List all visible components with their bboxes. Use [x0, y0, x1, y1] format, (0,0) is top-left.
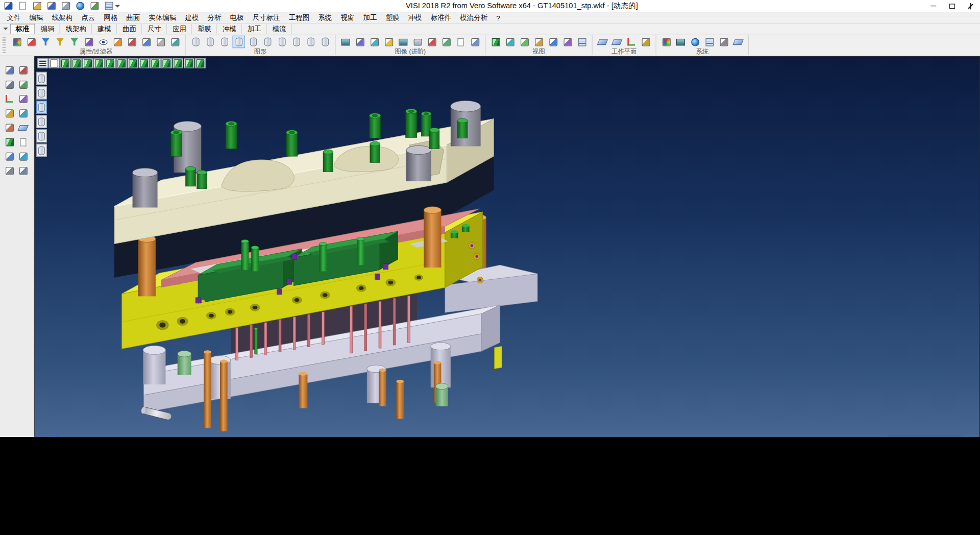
- display-hidden-line-icon[interactable]: [36, 129, 47, 142]
- tab-标准[interactable]: 标准: [10, 23, 35, 34]
- view-cube-axo4-icon[interactable]: [184, 58, 194, 68]
- menu-item-文件[interactable]: 文件: [3, 13, 25, 22]
- menu-item-点云[interactable]: 点云: [77, 13, 100, 22]
- view-cube-axo3-icon[interactable]: [173, 58, 183, 68]
- render-video-icon[interactable]: [426, 36, 438, 48]
- shading-wireframe-icon[interactable]: [189, 36, 202, 48]
- menu-item-电极[interactable]: 电极: [226, 13, 248, 22]
- display-points-icon[interactable]: [36, 72, 47, 85]
- app-logo[interactable]: [2, 0, 14, 12]
- menu-item-曲面[interactable]: 曲面: [122, 13, 144, 22]
- view-cube-left-icon[interactable]: [116, 58, 127, 68]
- offset-icon[interactable]: [3, 107, 15, 119]
- view-iso-icon[interactable]: [489, 36, 502, 48]
- shading-section-icon[interactable]: [276, 36, 288, 48]
- tab-曲面[interactable]: 曲面: [117, 23, 142, 34]
- attr-pin-icon[interactable]: [169, 36, 181, 48]
- shading-material-icon[interactable]: [290, 36, 302, 48]
- viewbar-menu-icon[interactable]: [37, 58, 48, 68]
- render-reflection-icon[interactable]: [368, 36, 380, 48]
- maximize-button[interactable]: [943, 0, 962, 12]
- curve-tool-icon[interactable]: [3, 121, 15, 134]
- view-previous-icon[interactable]: [561, 36, 574, 48]
- view-fit-icon[interactable]: [547, 36, 559, 48]
- menu-item-尺寸标注[interactable]: 尺寸标注: [248, 13, 284, 22]
- render-light-icon[interactable]: [382, 36, 395, 48]
- attr-brush-icon[interactable]: [126, 36, 138, 48]
- render-capture-icon[interactable]: [411, 36, 424, 48]
- surface-tool-icon[interactable]: [17, 121, 29, 134]
- workplane-align-icon[interactable]: [640, 36, 652, 48]
- menu-item-网格[interactable]: 网格: [100, 13, 122, 22]
- tab-线架构[interactable]: 线架构: [60, 23, 92, 34]
- system-slope-icon[interactable]: [732, 36, 744, 48]
- trim-icon[interactable]: [17, 78, 29, 90]
- menu-item-模流分析[interactable]: 模流分析: [456, 13, 492, 22]
- menu-item-实体编辑[interactable]: 实体编辑: [144, 13, 181, 22]
- grid-icon[interactable]: [103, 0, 115, 12]
- tab-编辑[interactable]: 编辑: [35, 23, 60, 34]
- settings-icon[interactable]: [17, 164, 29, 177]
- attr-wand-icon[interactable]: [140, 36, 152, 48]
- workplane-xy-icon[interactable]: [596, 36, 608, 48]
- filter-color-icon[interactable]: [68, 36, 80, 48]
- minimize-button[interactable]: [924, 0, 943, 12]
- menu-item-塑膜[interactable]: 塑膜: [381, 13, 404, 22]
- view-rotate-icon[interactable]: [504, 36, 516, 48]
- menu-item-线架构[interactable]: 线架构: [47, 13, 77, 22]
- tab-应用[interactable]: 应用: [167, 23, 192, 34]
- display-shaded-edges-icon[interactable]: [36, 115, 47, 128]
- view-cube-front-icon[interactable]: [94, 58, 105, 68]
- attr-eraser-icon[interactable]: [154, 36, 166, 48]
- system-hatch-icon[interactable]: [718, 36, 730, 48]
- tab-建模[interactable]: 建模: [92, 23, 117, 34]
- render-gallery-icon[interactable]: [454, 36, 467, 48]
- system-colors-icon[interactable]: [660, 36, 672, 48]
- mirror-icon[interactable]: [17, 92, 29, 105]
- tab-加工[interactable]: 加工: [242, 23, 267, 34]
- tab-塑膜[interactable]: 塑膜: [192, 23, 217, 34]
- world-icon[interactable]: [74, 0, 86, 12]
- menu-item-?[interactable]: ?: [492, 14, 505, 22]
- system-monitor-icon[interactable]: [674, 36, 687, 48]
- render-compare-icon[interactable]: [440, 36, 452, 48]
- render-shadow-icon[interactable]: [354, 36, 366, 48]
- erase-icon[interactable]: [17, 64, 29, 76]
- view-pan-icon[interactable]: [518, 36, 530, 48]
- system-table-icon[interactable]: [703, 36, 716, 48]
- filter-layer-icon[interactable]: [54, 36, 66, 48]
- view-cube-bottom-icon[interactable]: [83, 58, 93, 68]
- display-transparent-icon[interactable]: [36, 144, 47, 157]
- view-cube-axo2-icon[interactable]: [161, 58, 172, 68]
- measure-icon[interactable]: [17, 107, 29, 119]
- menu-item-标准件[interactable]: 标准件: [426, 13, 456, 22]
- menu-item-工程图[interactable]: 工程图: [284, 13, 314, 22]
- open-file-icon[interactable]: [31, 0, 43, 12]
- view-multi-icon[interactable]: [576, 36, 588, 48]
- render-settings-icon[interactable]: [339, 36, 352, 48]
- display-wireframe-icon[interactable]: [36, 86, 47, 100]
- shading-transparent-icon[interactable]: [261, 36, 274, 48]
- ejector-pin-green[interactable]: [254, 328, 257, 354]
- view-cube-rotate-icon[interactable]: [139, 58, 150, 68]
- tab-模流[interactable]: 模流: [267, 23, 292, 34]
- menu-item-视窗[interactable]: 视窗: [336, 13, 359, 22]
- view-cube-back-icon[interactable]: [105, 58, 116, 68]
- view-cube-axo5-icon[interactable]: [195, 58, 206, 68]
- text-tool-icon[interactable]: [17, 136, 29, 148]
- display-shaded-icon[interactable]: [36, 101, 47, 114]
- shading-gouraud-icon[interactable]: [233, 36, 245, 48]
- view-zoom-icon[interactable]: [532, 36, 545, 48]
- new-file-icon[interactable]: [16, 0, 29, 12]
- attr-tag-icon[interactable]: [111, 36, 124, 48]
- filter-element-icon[interactable]: [39, 36, 52, 48]
- selection-mask-icon[interactable]: [83, 36, 95, 48]
- viewport-3d[interactable]: Z Y X 中: [34, 56, 980, 437]
- tab-overflow-icon[interactable]: [1, 25, 10, 33]
- import-icon[interactable]: [59, 0, 71, 12]
- transform-icon[interactable]: [3, 92, 15, 105]
- visibility-eye-icon[interactable]: [97, 36, 109, 48]
- menu-item-加工[interactable]: 加工: [359, 13, 381, 22]
- shading-hidden-line-icon[interactable]: [204, 36, 216, 48]
- menu-item-冲模[interactable]: 冲模: [404, 13, 426, 22]
